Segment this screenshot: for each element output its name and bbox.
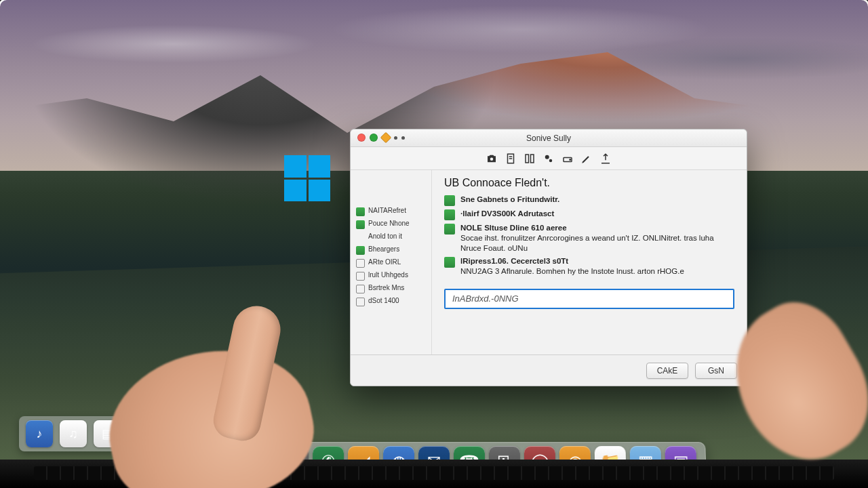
- dot-icon: [401, 136, 405, 140]
- disk-icon[interactable]: [561, 152, 574, 165]
- sidebar-item[interactable]: ARte OIRL: [356, 258, 426, 268]
- minimize-icon[interactable]: [370, 134, 378, 142]
- sidebar-item[interactable]: Bsrtrek Mns: [356, 284, 426, 293]
- sidebar-item[interactable]: dSot 1400: [356, 297, 426, 306]
- sidebar-item-label: ARte OIRL: [368, 258, 401, 266]
- checkbox-icon: [356, 298, 365, 306]
- zoom-icon[interactable]: [380, 132, 392, 144]
- content-row: Sne Gabnets o Fritundwitr.: [444, 195, 734, 206]
- svg-point-9: [570, 159, 571, 160]
- sidebar-item[interactable]: lrult Uhhgeds: [356, 271, 426, 281]
- pencil-icon[interactable]: [580, 152, 593, 165]
- svg-rect-5: [531, 155, 534, 163]
- close-icon[interactable]: [357, 134, 366, 142]
- svg-point-7: [549, 159, 553, 162]
- drive-icon: [356, 220, 365, 229]
- dialog-window: Sonive Sully NAITARefretPouce NhoneAnold…: [350, 129, 747, 386]
- sidebar-item-label: Pouce Nhone: [368, 220, 410, 228]
- svg-point-6: [545, 155, 549, 159]
- dialog-content: UB Connoace Fledn't. Sne Gabnets o Fritu…: [432, 170, 747, 354]
- sidebar-item-label: dSot 1400: [368, 297, 399, 305]
- sidebar-item-label: Anold ton it: [368, 232, 402, 241]
- secondary-button[interactable]: GsN: [695, 363, 737, 379]
- content-row: lRipress1.06. Cecerctel3 s0TtNNU2AG 3 Af…: [444, 256, 734, 277]
- content-row: ·llairf DV3S00K Adrutasct: [444, 209, 734, 220]
- dialog-sidebar: NAITARefretPouce NhoneAnold ton itBhearg…: [351, 170, 432, 354]
- dialog-footer: CAkE GsN: [351, 354, 747, 386]
- sidebar-item-label: NAITARefret: [368, 207, 406, 215]
- gears-icon[interactable]: [542, 152, 555, 165]
- column-icon[interactable]: [524, 152, 536, 165]
- svg-rect-4: [526, 155, 529, 163]
- sidebar-item-label: Bheargers: [368, 245, 399, 253]
- camera-icon[interactable]: [486, 152, 498, 165]
- content-text: NOLE Sltuse Dline 610 aereeSocae ihst. f…: [460, 223, 734, 253]
- content-text: lRipress1.06. Cecerctel3 s0TtNNU2AG 3 Af…: [460, 256, 684, 277]
- page-icon[interactable]: [505, 152, 517, 165]
- dialog-heading: UB Connoace Fledn't.: [444, 177, 734, 189]
- filename-input[interactable]: [444, 289, 734, 309]
- dialog-titlebar[interactable]: Sonive Sully: [351, 129, 747, 147]
- content-text: Sne Gabnets o Fritundwitr.: [460, 195, 559, 205]
- primary-button[interactable]: CAkE: [646, 363, 688, 379]
- bullet-drive-icon: [444, 195, 455, 206]
- svg-point-0: [490, 157, 494, 161]
- window-title: Sonive Sully: [526, 134, 571, 143]
- drive-icon: [356, 207, 365, 216]
- dialog-toolbar: [351, 147, 747, 170]
- content-row: NOLE Sltuse Dline 610 aereeSocae ihst. f…: [444, 223, 734, 253]
- sidebar-item[interactable]: Pouce Nhone: [356, 220, 426, 229]
- dialog-body: NAITARefretPouce NhoneAnold ton itBhearg…: [351, 170, 747, 354]
- sidebar-item-label: Bsrtrek Mns: [368, 284, 404, 292]
- tray-note[interactable]: ♫: [60, 420, 87, 447]
- content-text: ·llairf DV3S00K Adrutasct: [460, 209, 554, 219]
- checkbox-icon: [356, 285, 365, 293]
- sidebar-item[interactable]: NAITARefret: [356, 207, 426, 216]
- sidebar-item[interactable]: Bheargers: [356, 245, 426, 255]
- tray-music[interactable]: ♪: [26, 420, 53, 447]
- bullet-drive-icon: [444, 257, 455, 268]
- bullet-drive-icon: [444, 224, 455, 235]
- window-controls: [357, 134, 405, 142]
- checkbox-icon: [356, 259, 365, 268]
- bullet-drive-icon: [444, 209, 455, 220]
- drive-icon: [356, 246, 365, 255]
- export-icon[interactable]: [599, 152, 612, 165]
- dot-icon: [394, 136, 397, 140]
- windows-logo-icon: [284, 155, 330, 201]
- sidebar-item[interactable]: Anold ton it: [356, 232, 426, 242]
- sidebar-item-label: lrult Uhhgeds: [368, 271, 408, 279]
- checkbox-icon: [356, 272, 365, 281]
